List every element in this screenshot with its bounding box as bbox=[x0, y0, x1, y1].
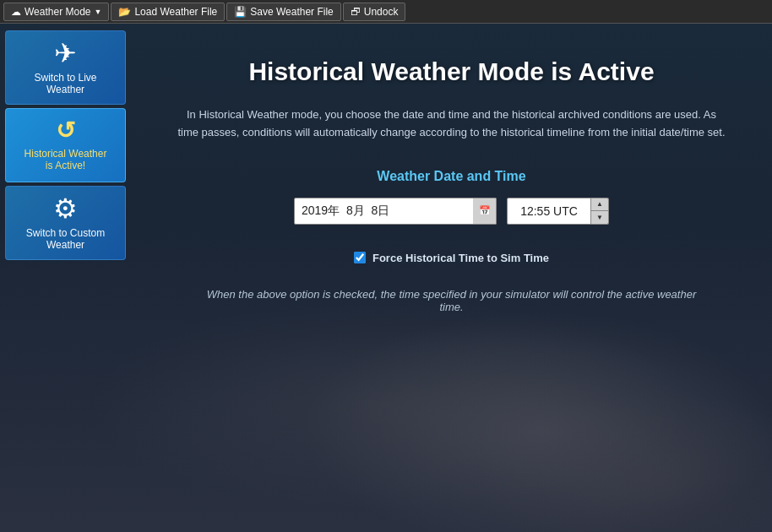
force-historical-time-checkbox[interactable] bbox=[354, 252, 366, 263]
date-dropdown-button[interactable]: 📅 bbox=[473, 198, 497, 225]
sidebar-label-custom: Switch to Custom Weather bbox=[26, 227, 105, 252]
sidebar-item-live-weather[interactable]: ✈ Switch to Live Weather bbox=[5, 30, 126, 105]
undock-label: Undock bbox=[364, 6, 399, 18]
load-weather-label: Load Weather File bbox=[134, 6, 217, 18]
date-input[interactable] bbox=[294, 198, 497, 225]
sidebar-label-live: Switch to Live Weather bbox=[34, 72, 96, 96]
checkbox-row: Force Historical Time to Sim Time bbox=[354, 252, 549, 264]
weather-mode-dropdown-icon: ▼ bbox=[95, 8, 102, 16]
date-input-wrapper: 📅 bbox=[294, 198, 497, 225]
sidebar-label-historical: Historical Weather is Active! bbox=[24, 148, 107, 172]
history-icon: ↺ bbox=[56, 119, 75, 143]
time-spin-up-button[interactable]: ▲ bbox=[591, 198, 608, 211]
weather-mode-label: Weather Mode bbox=[24, 6, 91, 18]
load-icon: 📂 bbox=[118, 6, 131, 18]
time-spin-down-button[interactable]: ▼ bbox=[591, 211, 608, 224]
sidebar: ✈ Switch to Live Weather ↺ Historical We… bbox=[0, 24, 131, 532]
time-input[interactable] bbox=[507, 198, 591, 225]
date-time-section: Weather Date and Time 📅 ▲ ▼ bbox=[165, 169, 738, 313]
weather-mode-button[interactable]: ☁ Weather Mode ▼ bbox=[3, 3, 109, 21]
time-spinners: ▲ ▼ bbox=[591, 198, 609, 225]
checkbox-description: When the above option is checked, the ti… bbox=[198, 288, 705, 313]
force-historical-label[interactable]: Force Historical Time to Sim Time bbox=[372, 252, 549, 264]
sidebar-item-historical-weather[interactable]: ↺ Historical Weather is Active! bbox=[5, 108, 126, 182]
gear-icon: ⚙ bbox=[53, 195, 78, 222]
page-title: Historical Weather Mode is Active bbox=[248, 57, 654, 86]
date-time-controls: 📅 ▲ ▼ bbox=[294, 198, 609, 225]
airplane-icon: ✈ bbox=[54, 40, 77, 67]
main-layout: ✈ Switch to Live Weather ↺ Historical We… bbox=[0, 24, 772, 532]
content-area: Historical Weather Mode is Active In His… bbox=[131, 24, 772, 532]
weather-mode-icon: ☁ bbox=[11, 6, 21, 18]
load-weather-button[interactable]: 📂 Load Weather File bbox=[111, 3, 225, 21]
undock-button[interactable]: 🗗 Undock bbox=[343, 3, 406, 21]
description-text: In Historical Weather mode, you choose t… bbox=[177, 106, 726, 142]
toolbar: ☁ Weather Mode ▼ 📂 Load Weather File 💾 S… bbox=[0, 0, 772, 24]
undock-icon: 🗗 bbox=[351, 6, 361, 18]
time-input-wrapper: ▲ ▼ bbox=[507, 198, 609, 225]
save-weather-button[interactable]: 💾 Save Weather File bbox=[226, 3, 341, 21]
date-time-label: Weather Date and Time bbox=[377, 169, 525, 184]
save-weather-label: Save Weather File bbox=[250, 6, 334, 18]
calendar-icon: 📅 bbox=[479, 205, 491, 216]
sidebar-item-custom-weather[interactable]: ⚙ Switch to Custom Weather bbox=[5, 186, 126, 260]
save-icon: 💾 bbox=[234, 6, 247, 18]
